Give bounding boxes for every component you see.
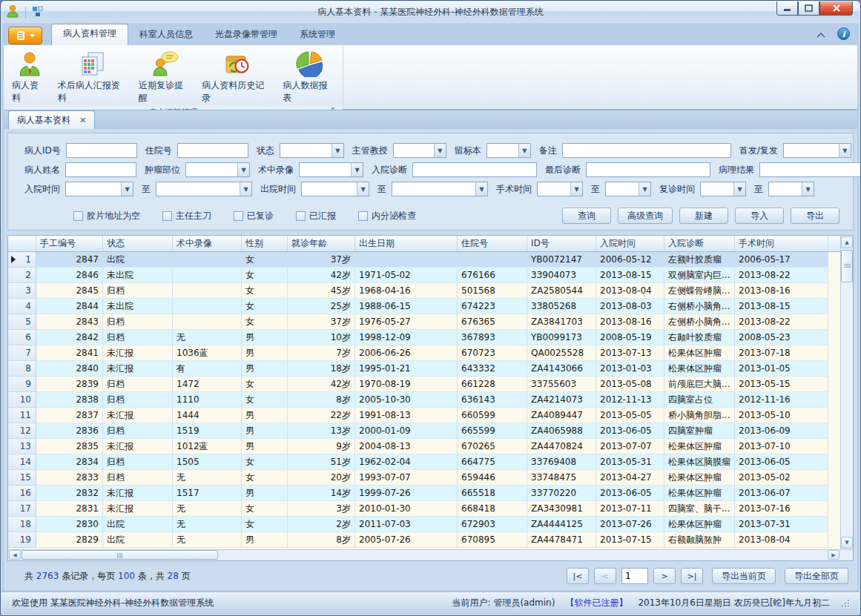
table-row[interactable]: 32845归档女45岁1968-04-16501568ZA25805442013… xyxy=(8,283,840,299)
table-row[interactable]: 192829出院无男8岁2005-07-26670895ZA4478471201… xyxy=(8,532,840,548)
app-icon[interactable] xyxy=(6,4,19,20)
table-row[interactable]: 42844未出院女25岁1988-06-15674223338052682013… xyxy=(8,299,840,314)
chevron-down-icon[interactable]: ▼ xyxy=(570,182,582,196)
film-address-empty-checkbox[interactable]: 胶片地址为空 xyxy=(73,210,140,222)
ribbon-button-data-report-pie[interactable]: 病人数据报表 xyxy=(278,48,341,107)
last-page-button[interactable]: >| xyxy=(681,568,703,584)
column-header[interactable]: 就诊年龄 xyxy=(288,236,355,251)
chevron-down-icon[interactable]: ▼ xyxy=(518,144,530,157)
close-button[interactable] xyxy=(819,1,853,16)
table-row[interactable]: 82840未汇报有男18岁1995-01-21643332ZA414306620… xyxy=(8,361,840,377)
surgery-video-combo[interactable]: ▼ xyxy=(299,162,363,177)
chevron-down-icon[interactable]: ▼ xyxy=(434,144,446,157)
page-number-input[interactable] xyxy=(621,568,648,584)
revisit-date-from-combo[interactable]: ▼ xyxy=(700,182,746,196)
chevron-down-icon[interactable]: ▼ xyxy=(802,182,814,196)
query-button[interactable]: 查询 xyxy=(562,208,611,224)
table-row[interactable]: 162832未汇报1517男14岁1999-07-266655183377022… xyxy=(8,486,840,501)
surgery-date-to-combo[interactable]: ▼ xyxy=(605,182,651,196)
column-header[interactable]: 入院诊断 xyxy=(664,236,735,251)
column-header[interactable]: 住院号 xyxy=(458,236,527,251)
column-header[interactable]: 入院时间 xyxy=(596,236,664,251)
column-header[interactable]: 性别 xyxy=(242,236,288,251)
chevron-down-icon[interactable]: ▼ xyxy=(639,182,650,196)
table-row[interactable]: 92839归档1472女42岁1970-08-19661228337556032… xyxy=(8,377,840,392)
table-row[interactable]: 132835未汇报1012蓝男9岁2004-08-13670265ZA44708… xyxy=(8,439,840,454)
tumor-site-combo[interactable]: ▼ xyxy=(185,162,250,177)
endocrine-exam-checkbox[interactable]: 内分泌检查 xyxy=(358,210,416,222)
chevron-down-icon[interactable]: ▼ xyxy=(240,182,251,196)
collapse-ribbon-icon[interactable] xyxy=(817,30,825,40)
chevron-down-icon[interactable]: ▼ xyxy=(331,144,343,157)
table-row[interactable]: 122836归档1519男13岁2000-01-09665599ZA406598… xyxy=(8,423,840,439)
application-menu-button[interactable] xyxy=(8,27,42,44)
column-header[interactable]: 状态 xyxy=(103,236,173,251)
horizontal-scrollbar[interactable]: ◀ ▶ xyxy=(8,549,853,560)
prev-page-button[interactable]: < xyxy=(594,568,616,584)
minimize-button[interactable] xyxy=(776,1,798,16)
advanced-query-button[interactable]: 高级查询 xyxy=(618,208,673,224)
checkbox-icon[interactable] xyxy=(162,211,172,221)
discharge-date-to-combo[interactable]: ▼ xyxy=(392,182,488,196)
chevron-down-icon[interactable]: ▼ xyxy=(351,163,363,176)
column-header[interactable]: ID号 xyxy=(527,236,596,251)
chevron-down-icon[interactable]: ▼ xyxy=(733,182,745,196)
table-row[interactable]: 102838归档1110女8岁2005-10-30636143ZA4214073… xyxy=(8,392,840,408)
ribbon-button-report-calendar[interactable]: 术后病人汇报资料 xyxy=(53,48,133,107)
checkbox-icon[interactable] xyxy=(234,211,243,221)
table-row[interactable]: 152833归档无女20岁1993-07-0765944633748475201… xyxy=(8,470,840,486)
info-icon[interactable]: i xyxy=(837,27,850,42)
pathology-result-input[interactable] xyxy=(759,162,861,177)
table-row[interactable]: 22846未出院女42岁1971-05-02676166339040732013… xyxy=(8,268,840,283)
ribbon-tab[interactable]: 光盘录像带管理 xyxy=(204,24,288,45)
new-button[interactable]: 新建 xyxy=(679,208,728,224)
admission-number-input[interactable] xyxy=(177,143,248,158)
column-header[interactable]: 手工编号 xyxy=(36,236,103,251)
specimen-kept-combo[interactable]: ▼ xyxy=(486,143,531,158)
discharge-date-from-combo[interactable]: ▼ xyxy=(301,182,369,196)
table-row[interactable]: 172831未汇报无女3岁2010-01-30668418ZA343098120… xyxy=(8,501,840,517)
revisited-checkbox[interactable]: 已复诊 xyxy=(234,210,274,222)
ribbon-tab[interactable]: 病人资料管理 xyxy=(51,24,128,45)
ribbon-button-patient[interactable]: 病人资料 xyxy=(7,48,53,107)
document-tab-patient-basic-info[interactable]: 病人基本资料 ✕ xyxy=(8,110,95,129)
admission-date-to-combo[interactable]: ▼ xyxy=(156,182,252,196)
scroll-down-icon[interactable]: ▼ xyxy=(841,537,853,549)
resize-grip[interactable] xyxy=(840,598,849,607)
table-row[interactable]: 142834归档1505女51岁1962-02-0466477533769408… xyxy=(8,454,840,470)
ribbon-button-history-record[interactable]: 病人资料历史记录 xyxy=(197,48,277,107)
tab-close-icon[interactable]: ✕ xyxy=(79,116,86,125)
next-page-button[interactable]: > xyxy=(653,568,676,584)
remarks-input[interactable] xyxy=(562,143,731,158)
vertical-scroll-thumb[interactable] xyxy=(841,250,853,282)
admission-date-from-combo[interactable]: ▼ xyxy=(65,182,133,196)
table-row[interactable]: 52843归档女37岁1976-05-27676365ZA38417032013… xyxy=(8,314,840,330)
scroll-left-icon[interactable]: ◀ xyxy=(9,550,21,560)
ribbon-tab[interactable]: 科室人员信息 xyxy=(128,24,204,45)
column-header[interactable]: 手术时间 xyxy=(735,236,828,251)
checkbox-icon[interactable] xyxy=(358,211,368,221)
chevron-down-icon[interactable]: ▼ xyxy=(357,182,369,196)
final-diagnosis-input[interactable] xyxy=(586,162,710,177)
table-row[interactable]: 112837未汇报1444男22岁1991-08-13660599ZA40894… xyxy=(8,408,840,423)
column-header[interactable]: 出生日期 xyxy=(355,236,458,251)
registration-status-link[interactable]: 【软件已注册】 xyxy=(565,597,627,609)
maximize-button[interactable] xyxy=(798,1,819,16)
chevron-down-icon[interactable]: ▼ xyxy=(475,182,487,196)
chief-professor-combo[interactable]: ▼ xyxy=(393,143,446,158)
director-surgeon-checkbox[interactable]: 主任主刀 xyxy=(162,210,211,222)
chevron-down-icon[interactable]: ▼ xyxy=(839,144,851,157)
export-current-page-button[interactable]: 导出当前页 xyxy=(712,568,776,584)
column-header[interactable]: 术中录像 xyxy=(173,236,242,251)
table-row[interactable]: 182830出院无女2岁2011-07-03672903ZA4444125201… xyxy=(8,517,840,532)
table-row[interactable]: 12847出院女37岁YB00721472006-05-12左额叶胶质瘤2006… xyxy=(8,252,840,268)
status-combo[interactable]: ▼ xyxy=(280,143,344,158)
checkbox-icon[interactable] xyxy=(296,211,306,221)
ribbon-tab[interactable]: 系统管理 xyxy=(288,24,346,45)
revisit-date-to-combo[interactable]: ▼ xyxy=(768,182,814,196)
patient-id-input[interactable] xyxy=(66,143,137,158)
reported-checkbox[interactable]: 已汇报 xyxy=(296,210,336,222)
first-or-relapse-combo[interactable]: ▼ xyxy=(783,143,851,158)
scroll-up-icon[interactable]: ▲ xyxy=(841,236,853,248)
first-page-button[interactable]: |< xyxy=(567,568,589,584)
